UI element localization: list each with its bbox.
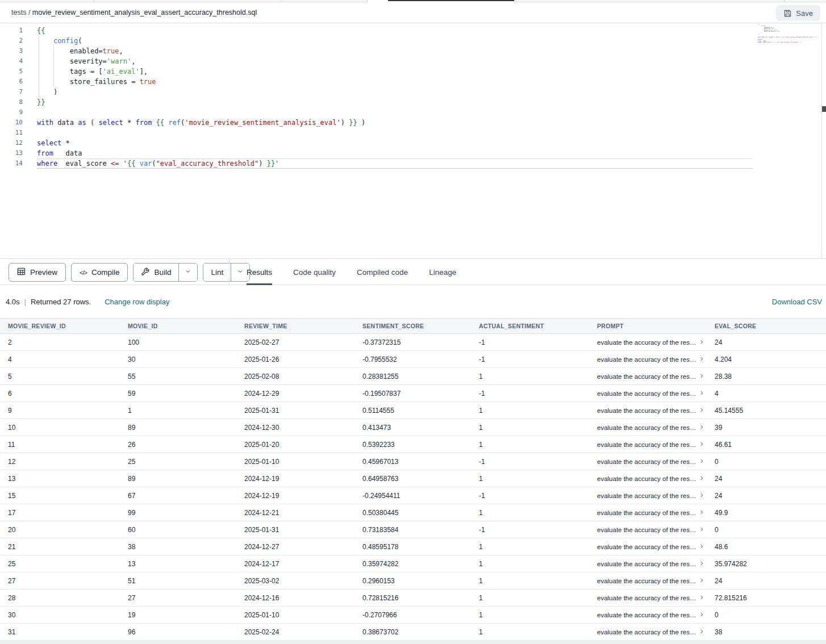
prompt-text: evaluate the accuracy of the res…	[597, 595, 696, 601]
table-cell: -1	[471, 521, 589, 538]
line-number: 7	[0, 87, 23, 97]
eval-score-cell: 4	[707, 385, 826, 402]
table-cell: 30	[120, 351, 236, 367]
line-number: 8	[0, 97, 23, 107]
code-text[interactable]: {{ config( enabled=true, severity='warn'…	[37, 26, 758, 169]
table-cell: -0.7955532	[354, 351, 471, 367]
prompt-expand-chevron-icon[interactable]	[699, 373, 704, 380]
line-number: 12	[0, 138, 23, 148]
line-number: 10	[0, 118, 23, 128]
table-cell: -0.24954411	[354, 487, 471, 504]
tab-code-quality[interactable]: Code quality	[293, 259, 336, 285]
prompt-expand-chevron-icon[interactable]	[699, 424, 704, 431]
table-cell: -1	[471, 351, 589, 367]
table-cell: 0.64958763	[354, 470, 471, 487]
table-row: 30192025-01-10-0.27079661evaluate the ac…	[0, 607, 826, 624]
table-cell: 4	[0, 351, 120, 367]
prompt-cell: evaluate the accuracy of the res…	[589, 470, 707, 487]
eval-score-cell: 45.14555	[707, 402, 826, 419]
line-number: 9	[0, 107, 23, 118]
table-cell: 1	[471, 402, 589, 419]
table-cell: 2025-02-24	[236, 624, 354, 640]
horizontal-scrollbar-track[interactable]	[0, 641, 826, 644]
save-button[interactable]: Save	[776, 5, 820, 21]
table-row: 13892024-12-190.649587631evaluate the ac…	[0, 470, 826, 487]
table-cell: 0.48595178	[354, 538, 471, 555]
prompt-text: evaluate the accuracy of the res…	[597, 424, 696, 431]
prompt-expand-chevron-icon[interactable]	[699, 407, 704, 414]
prompt-expand-chevron-icon[interactable]	[699, 595, 704, 601]
build-dropdown-button[interactable]	[178, 264, 197, 281]
prompt-expand-chevron-icon[interactable]	[699, 629, 704, 635]
code-line: )	[37, 87, 758, 97]
build-button[interactable]: Build	[134, 264, 178, 281]
prompt-text: evaluate the accuracy of the res…	[597, 475, 696, 482]
table-cell: 1	[120, 402, 236, 419]
prompt-expand-chevron-icon[interactable]	[699, 475, 704, 482]
eval-score-cell: 24	[707, 470, 826, 487]
table-cell: 20	[0, 521, 120, 538]
table-cell: 99	[120, 504, 236, 521]
table-cell: 13	[120, 555, 236, 572]
prompt-expand-chevron-icon[interactable]	[699, 339, 704, 346]
eval-score-cell: 24	[707, 487, 826, 504]
returned-rows-text: Returned 27 rows.	[31, 298, 91, 306]
prompt-text: evaluate the accuracy of the res…	[597, 458, 696, 465]
prompt-expand-chevron-icon[interactable]	[699, 390, 704, 397]
table-cell: 2025-02-27	[236, 334, 354, 350]
lint-button[interactable]: Lint	[203, 264, 231, 281]
code-editor[interactable]: 1234567891011121314 {{ config( enabled=t…	[0, 23, 826, 258]
table-cell: 59	[120, 385, 236, 402]
table-header-row: MOVIE_REVIEW_ID MOVIE_ID REVIEW_TIME SEN…	[0, 319, 826, 334]
prompt-expand-chevron-icon[interactable]	[699, 356, 704, 363]
results-tab-bar: Results Code quality Compiled code Linea…	[229, 259, 456, 285]
table-cell: 2025-01-10	[236, 453, 354, 470]
tab-lineage[interactable]: Lineage	[429, 259, 456, 285]
prompt-cell: evaluate the accuracy of the res…	[589, 385, 707, 402]
change-row-display-link[interactable]: Change row display	[105, 298, 169, 306]
minimap[interactable]: {{ config( enabled=true, severity='warn'…	[758, 24, 815, 43]
prompt-text: evaluate the accuracy of the res…	[597, 373, 696, 380]
prompt-expand-chevron-icon[interactable]	[699, 492, 704, 499]
table-cell: 0.72815216	[354, 589, 471, 606]
table-cell: 2024-12-29	[236, 385, 354, 402]
code-line: store_failures = true	[37, 77, 758, 87]
table-cell: 1	[471, 538, 589, 555]
table-row: 11262025-01-200.53922331evaluate the acc…	[0, 436, 826, 453]
tab-results[interactable]: Results	[247, 259, 272, 285]
prompt-text: evaluate the accuracy of the res…	[597, 509, 696, 516]
prompt-expand-chevron-icon[interactable]	[699, 458, 704, 465]
eval-score-cell: 39	[707, 419, 826, 436]
prompt-cell: evaluate the accuracy of the res…	[589, 504, 707, 521]
table-cell: 2024-12-30	[236, 419, 354, 436]
prompt-expand-chevron-icon[interactable]	[699, 526, 704, 533]
compile-button[interactable]: </> Compile	[71, 263, 128, 282]
prompt-text: evaluate the accuracy of the res…	[597, 526, 696, 533]
table-cell: 25	[120, 453, 236, 470]
table-cell: 1	[471, 589, 589, 606]
breadcrumb-filename: movie_review_sentiment_analysis_eval_ass…	[32, 9, 257, 16]
prompt-expand-chevron-icon[interactable]	[699, 543, 704, 550]
prompt-expand-chevron-icon[interactable]	[699, 441, 704, 448]
tab-compiled-code[interactable]: Compiled code	[357, 259, 408, 285]
table-cell: -0.37372315	[354, 334, 471, 350]
table-cell: 1	[471, 470, 589, 487]
code-line: where eval_score <= '{{ var("eval_accura…	[37, 158, 758, 169]
editor-scrollbar-thumb[interactable]	[822, 106, 826, 112]
prompt-expand-chevron-icon[interactable]	[699, 612, 704, 618]
prompt-cell: evaluate the accuracy of the res…	[589, 419, 707, 436]
eval-score-cell: 0	[707, 453, 826, 470]
line-number-gutter: 1234567891011121314	[0, 26, 23, 169]
code-line: {{	[37, 26, 758, 36]
build-label: Build	[154, 268, 171, 277]
preview-button[interactable]: Preview	[9, 263, 66, 282]
table-cell: 0.38673702	[354, 624, 471, 640]
prompt-expand-chevron-icon[interactable]	[699, 561, 704, 567]
download-csv-link[interactable]: Download CSV	[772, 298, 822, 306]
prompt-cell: evaluate the accuracy of the res…	[589, 607, 707, 623]
table-row: 21382024-12-270.485951781evaluate the ac…	[0, 538, 826, 555]
table-cell: 21	[0, 538, 120, 555]
prompt-expand-chevron-icon[interactable]	[699, 509, 704, 516]
prompt-expand-chevron-icon[interactable]	[699, 578, 704, 584]
status-separator: |	[24, 298, 26, 306]
